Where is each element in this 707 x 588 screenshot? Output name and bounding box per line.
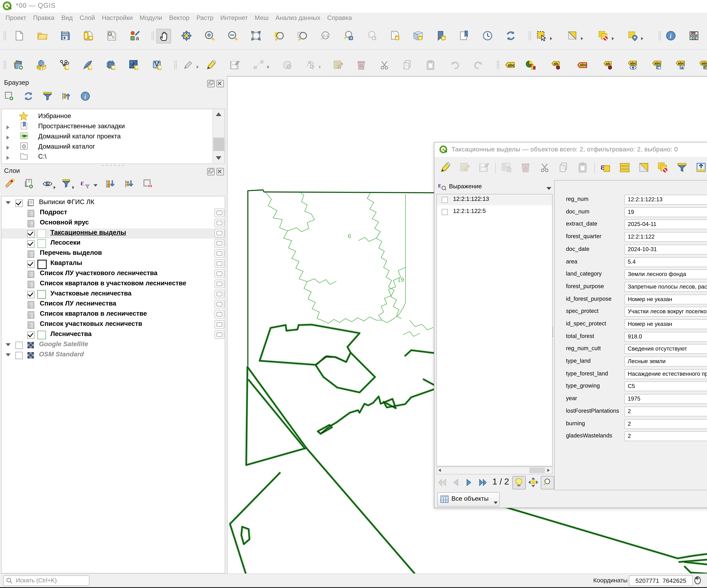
svg-text:ε: ε <box>438 181 441 189</box>
svg-text:6: 6 <box>348 233 351 240</box>
svg-text:19: 19 <box>397 276 404 283</box>
